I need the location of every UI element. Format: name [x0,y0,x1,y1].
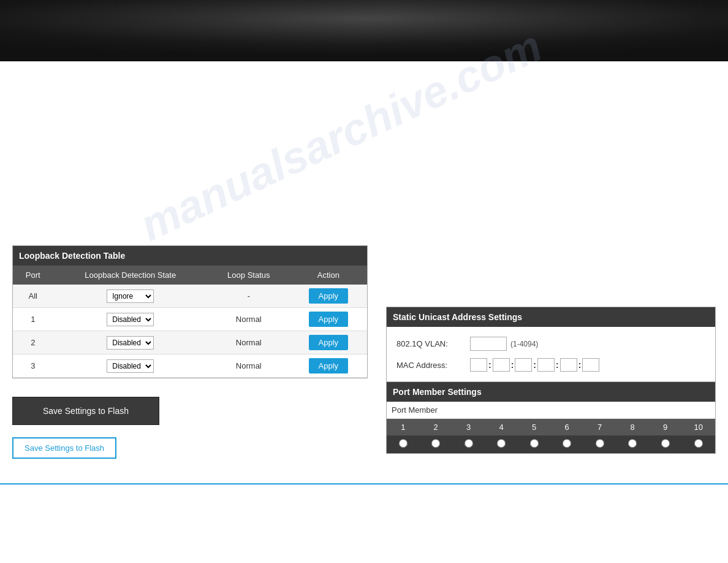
vlan-row: 802.1Q VLAN: (1-4094) [396,333,705,354]
port-num-cell: 8 [616,419,648,436]
loopback-detection-table: Loopback Detection Table Port Loopback D… [12,245,368,378]
port-num-cell: 9 [649,419,681,436]
port-member-label: Port Member [387,402,715,419]
bottom-divider [0,483,728,484]
cell-loop-status: Normal [208,331,290,354]
save-settings-light-button[interactable]: Save Settings to Flash [12,437,116,459]
port-radio-cell[interactable] [518,435,550,453]
port-radio-cell[interactable] [616,435,648,453]
port-radio-3[interactable] [464,439,473,448]
cell-port: 1 [13,308,53,331]
table-row: AllIgnoreDisabledEnabled-Apply [13,285,367,308]
mac-octet-6[interactable] [582,358,599,372]
apply-button[interactable]: Apply [309,335,349,350]
mac-sep-5: : [578,360,582,370]
port-radio-1[interactable] [399,439,408,448]
mac-octet-5[interactable] [560,358,577,372]
port-radio-2[interactable] [431,439,440,448]
mac-sep-3: : [533,360,536,370]
port-radio-9[interactable] [661,439,670,448]
save-settings-dark-button[interactable]: Save Settings to Flash [12,397,159,425]
static-unicast-form: 802.1Q VLAN: (1-4094) MAC Address: : : : [387,327,715,381]
port-member-table: Port Member 12345678910 [387,402,715,453]
port-radio-4[interactable] [497,439,506,448]
static-unicast-settings: Static Unicast Address Settings 802.1Q V… [386,307,716,382]
port-radio-10[interactable] [694,439,703,448]
cell-action: Apply [290,308,367,331]
vlan-input[interactable] [470,337,507,351]
port-member-settings: Port Member Settings Port Member 1234567… [386,382,716,454]
col-detection-state: Loopback Detection State [53,266,208,285]
loopback-table-header: Port Loopback Detection State Loop Statu… [13,266,367,285]
mac-sep-1: : [488,360,491,370]
port-num-cell: 7 [583,419,616,436]
apply-button[interactable]: Apply [309,358,349,373]
col-loop-status: Loop Status [208,266,290,285]
cell-state: IgnoreDisabledEnabled [53,285,208,308]
port-radio-cell[interactable] [583,435,616,453]
mac-row: MAC Address: : : : : : [396,354,705,375]
port-num-cell: 10 [681,419,715,436]
port-num-cell: 5 [518,419,550,436]
port-radio-row[interactable] [387,435,715,453]
vlan-hint: (1-4094) [510,340,538,348]
cell-loop-status: Normal [208,308,290,331]
port-member-title: Port Member Settings [387,382,715,402]
cell-port: All [13,285,53,308]
static-unicast-title: Static Unicast Address Settings [387,307,715,327]
col-action: Action [290,266,367,285]
vlan-label: 802.1Q VLAN: [396,339,470,348]
port-radio-cell[interactable] [387,435,419,453]
cell-state: DisabledEnabledIgnore [53,354,208,378]
header-banner [0,0,728,61]
port-radio-6[interactable] [563,439,571,448]
cell-action: Apply [290,285,367,308]
left-panel: Loopback Detection Table Port Loopback D… [12,74,368,459]
apply-button[interactable]: Apply [309,312,349,327]
port-radio-cell[interactable] [550,435,583,453]
port-radio-5[interactable] [530,439,539,448]
loopback-table-title: Loopback Detection Table [13,246,367,266]
state-select[interactable]: DisabledEnabledIgnore [107,313,154,326]
mac-octet-2[interactable] [493,358,510,372]
col-port: Port [13,266,53,285]
cell-action: Apply [290,331,367,354]
cell-port: 3 [13,354,53,378]
table-row: 3DisabledEnabledIgnoreNormalApply [13,354,367,378]
state-select[interactable]: DisabledEnabledIgnore [107,359,154,373]
state-select[interactable]: DisabledEnabledIgnore [107,336,154,350]
cell-state: DisabledEnabledIgnore [53,308,208,331]
cell-state: DisabledEnabledIgnore [53,331,208,354]
port-num-cell: 4 [485,419,517,436]
port-radio-7[interactable] [596,439,604,448]
cell-loop-status: Normal [208,354,290,378]
port-member-label-row: Port Member [387,402,715,419]
mac-sep-4: : [556,360,559,370]
mac-octet-3[interactable] [515,358,532,372]
right-panel: Static Unicast Address Settings 802.1Q V… [386,74,716,459]
mac-octet-4[interactable] [537,358,555,372]
mac-inputs: : : : : : [470,358,599,372]
port-radio-8[interactable] [628,439,637,448]
state-select[interactable]: IgnoreDisabledEnabled [107,289,154,303]
port-num-cell: 1 [387,419,419,436]
port-radio-cell[interactable] [485,435,517,453]
apply-button[interactable]: Apply [309,288,349,304]
port-num-cell: 3 [452,419,485,436]
cell-loop-status: - [208,285,290,308]
port-radio-cell[interactable] [649,435,681,453]
port-num-cell: 2 [419,419,452,436]
port-radio-cell[interactable] [419,435,452,453]
port-numbers-row: 12345678910 [387,419,715,436]
table-row: 1DisabledEnabledIgnoreNormalApply [13,308,367,331]
port-radio-cell[interactable] [681,435,715,453]
cell-action: Apply [290,354,367,378]
mac-octet-1[interactable] [470,358,487,372]
table-row: 2DisabledEnabledIgnoreNormalApply [13,331,367,354]
cell-port: 2 [13,331,53,354]
mac-label: MAC Address: [396,361,470,370]
port-radio-cell[interactable] [452,435,485,453]
mac-sep-2: : [511,360,514,370]
port-num-cell: 6 [550,419,583,436]
